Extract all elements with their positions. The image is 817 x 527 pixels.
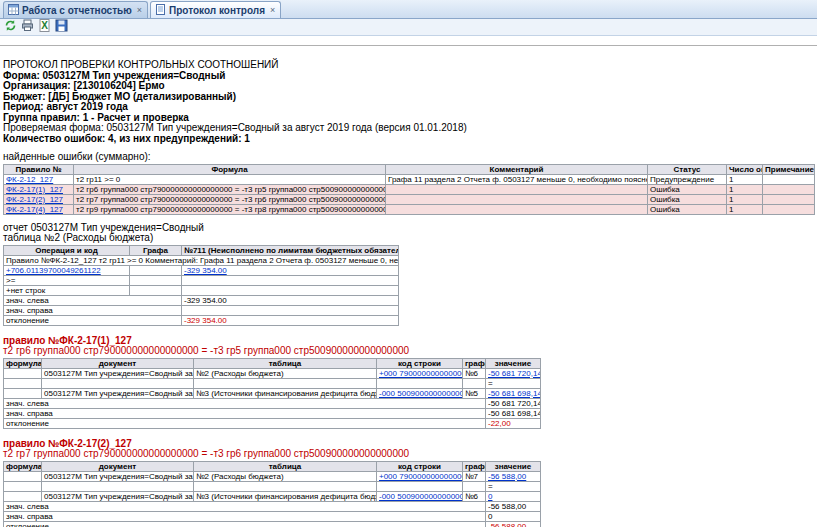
- rule-check-table: формула документ таблица код строки граф…: [3, 358, 541, 429]
- table-name-cell: №3 (Источники финансирования дефицита бю…: [194, 388, 377, 398]
- row-code-cell: [377, 378, 463, 388]
- table-row: ФК-2-12_127 т2 гр11 >= 0 Графа 11 раздел…: [4, 174, 815, 184]
- table-row: ФК-2-17(4)_127 т2 гр9 группа000 стр79000…: [4, 204, 815, 214]
- report-table: Операция и код Графа №711 (Неисполнено п…: [3, 245, 399, 326]
- operator-cell: =: [486, 481, 541, 491]
- table-row: отклонение -22,00: [4, 418, 541, 428]
- value-link[interactable]: -50 681 720,14: [488, 369, 541, 378]
- error-count-cell: 1: [727, 184, 763, 194]
- table-row: >=: [4, 275, 399, 285]
- summary-caption: найденные ошибки (суммарно):: [3, 152, 814, 163]
- row-code-link[interactable]: -000 500900000000000000: [379, 389, 463, 398]
- svg-text:X: X: [41, 20, 48, 31]
- value-link[interactable]: 0: [488, 492, 492, 501]
- col-header: Статус: [648, 164, 727, 174]
- col-header: Комментарий: [386, 164, 648, 174]
- formula-cell: [4, 481, 42, 491]
- col-header: графа: [463, 358, 486, 368]
- formula-cell: [4, 471, 42, 481]
- table-row: 0503127М Тип учреждения=Сводный за авгус…: [4, 368, 541, 378]
- table-row: отклонение -56 588,00: [4, 521, 541, 527]
- save-icon: [55, 19, 68, 35]
- row-code-link[interactable]: +000 790000000000000000: [379, 369, 463, 378]
- col-header: таблица: [194, 461, 377, 471]
- total-value: -329 354.00: [182, 295, 399, 305]
- value-link[interactable]: -50 681 698,14: [488, 389, 541, 398]
- table-row: 0503127М Тип учреждения=Сводный за авгус…: [4, 491, 541, 501]
- table-row: знач. справа -50 681 698,14: [4, 408, 541, 418]
- comment-cell: [386, 194, 648, 204]
- total-label: знач. справа: [4, 408, 486, 418]
- table-name-cell: №2 (Расходы бюджета): [194, 368, 377, 378]
- value-cell: [182, 285, 399, 295]
- grafa-cell: [130, 285, 182, 295]
- col-header: №711 (Неисполнено по лимитам бюджетных о…: [182, 245, 399, 255]
- error-count-cell: 1: [727, 174, 763, 184]
- col-header: значение: [486, 358, 541, 368]
- operation-cell: >=: [4, 275, 130, 285]
- protocol-title: ПРОТОКОЛ ПРОВЕРКИ КОНТРОЛЬНЫХ СООТНОШЕНИ…: [3, 60, 814, 71]
- operation-cell: +нет строк: [4, 285, 130, 295]
- col-header: Графа: [130, 245, 182, 255]
- total-label: знач. справа: [4, 305, 182, 315]
- table-row: ФК-2-17(1)_127 т2 гр6 группа000 стр79000…: [4, 184, 815, 194]
- save-button[interactable]: [54, 20, 69, 35]
- table-row: знач. слева -329 354.00: [4, 295, 399, 305]
- tab-work-with-reports[interactable]: Работа с отчетностью ×: [3, 1, 148, 18]
- rule-link[interactable]: ФК-2-17(2)_127: [6, 195, 63, 204]
- table-name-cell: №2 (Расходы бюджета): [194, 471, 377, 481]
- protocol-content: ПРОТОКОЛ ПРОВЕРКИ КОНТРОЛЬНЫХ СООТНОШЕНИ…: [0, 46, 817, 527]
- rule-link[interactable]: ФК-2-12_127: [6, 175, 53, 184]
- protocol-organization: Организация: [2130106204] Ермо: [3, 81, 814, 92]
- error-count-cell: 1: [727, 194, 763, 204]
- rule-link[interactable]: ФК-2-17(4)_127: [6, 205, 63, 214]
- value-link[interactable]: -56 588,00: [488, 472, 526, 481]
- rule-link[interactable]: ФК-2-17(1)_127: [6, 185, 63, 194]
- print-icon: [21, 19, 34, 35]
- table-row: знач. слева -56 588,00: [4, 501, 541, 511]
- deviation-value: -56 588,00: [486, 521, 541, 527]
- close-icon[interactable]: ×: [270, 6, 275, 15]
- rule-note-cell: Правило №ФК-2-12_127 т2 гр11 >= 0 Коммен…: [4, 255, 399, 265]
- comment-cell: [386, 184, 648, 194]
- spacer: [0, 36, 817, 45]
- summary-errors-table: Правило № Формула Комментарий Статус Чис…: [3, 164, 815, 215]
- comment-cell: Графа 11 раздела 2 Отчета ф. 0503127 мен…: [386, 174, 648, 184]
- protocol-icon: [155, 4, 166, 17]
- refresh-button[interactable]: [3, 20, 18, 35]
- table-row: +нет строк: [4, 285, 399, 295]
- total-value: -50 681 698,14: [486, 408, 541, 418]
- protocol-period: Период: август 2019 года: [3, 102, 814, 113]
- operation-code-link[interactable]: +706.01139700049261122: [6, 266, 101, 275]
- spreadsheet-icon: [8, 4, 19, 17]
- note-cell: [763, 194, 815, 204]
- table-row: знач. справа: [4, 305, 399, 315]
- col-header: формула: [4, 461, 42, 471]
- total-value: [182, 305, 399, 315]
- row-code-cell: [377, 481, 463, 491]
- tab-control-protocol[interactable]: Протокол контроля ×: [150, 1, 281, 18]
- row-code-link[interactable]: +000 790000000000000000: [379, 472, 463, 481]
- col-header: Операция и код: [4, 245, 130, 255]
- operator-cell: =: [486, 378, 541, 388]
- grafa-cell: №7: [463, 471, 486, 481]
- note-cell: [763, 184, 815, 194]
- report-header-row: Операция и код Графа №711 (Неисполнено п…: [4, 245, 399, 255]
- excel-export-button[interactable]: X: [37, 20, 52, 35]
- formula-cell: [4, 491, 42, 501]
- grafa-cell: [130, 275, 182, 285]
- total-label: знач. слева: [4, 398, 486, 408]
- print-button[interactable]: [20, 20, 35, 35]
- table-name-cell: [194, 378, 377, 388]
- value-link[interactable]: -329 354.00: [184, 266, 227, 275]
- row-code-link[interactable]: -000 500900000000000000: [379, 492, 463, 501]
- table-row: +706.01139700049261122 -329 354.00: [4, 265, 399, 275]
- close-icon[interactable]: ×: [137, 6, 142, 15]
- formula-cell: т2 гр6 группа000 стр790000000000000000 =…: [74, 184, 386, 194]
- grafa-cell: №5: [463, 388, 486, 398]
- rule-formula: т2 гр7 группа000 стр790000000000000000 =…: [3, 449, 814, 460]
- rule-formula: т2 гр6 группа000 стр790000000000000000 =…: [3, 346, 814, 357]
- table-name-cell: №3 (Источники финансирования дефицита бю…: [194, 491, 377, 501]
- table-row: =: [4, 378, 541, 388]
- protocol-error-count: Количество ошибок: 4, из них предупрежде…: [3, 134, 814, 145]
